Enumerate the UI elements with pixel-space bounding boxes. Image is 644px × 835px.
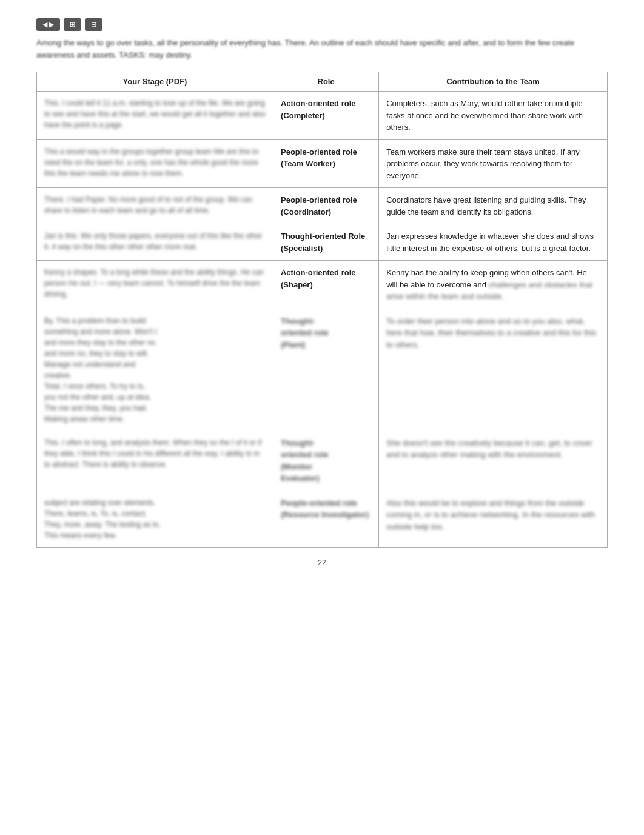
table-row: This. I could tell it 11 a.m. starting t… (37, 92, 608, 140)
stage-cell-5: Kenny a shapes. To a long while these an… (37, 261, 273, 309)
role-cell-4: Thought-oriented Role (Specialist) (273, 224, 378, 261)
table-row: This a would way in the groups together … (37, 139, 608, 188)
contribution-cell-8: Also this would be to explore and things… (379, 491, 608, 547)
role-cell-1: Action-oriented role (Completer) (273, 92, 378, 140)
table-row: This. I often to long, and analysis them… (37, 431, 608, 491)
toolbar-btn-3[interactable]: ⊟ (85, 18, 102, 31)
stage-cell-8: subject are relating over elements. Ther… (37, 491, 273, 547)
role-cell-2: People-oriented role (Team Worker) (273, 139, 378, 188)
role-cell-6: Thought-oriented role(Plant) (273, 309, 378, 431)
table-row: subject are relating over elements. Ther… (37, 491, 608, 547)
contribution-cell-6: To order their person into alone and so … (379, 309, 608, 431)
contribution-cell-1: Completers, such as Mary, would rather t… (379, 92, 608, 140)
contribution-cell-7: She doesn't see the creatively because i… (379, 431, 608, 491)
table-row: Kenny a shapes. To a long while these an… (37, 261, 608, 309)
role-cell-3: People-oriented role (Coordinator) (273, 188, 378, 224)
table-row: Jan is this. We only those papers, every… (37, 224, 608, 261)
stage-cell-6: By. This a problem than to build somethi… (37, 309, 273, 431)
col-header-role: Role (273, 72, 378, 92)
col-header-contribution: Contribution to the Team (379, 72, 608, 92)
toolbar-btn-1[interactable]: ◀ ▶ (36, 18, 60, 31)
stage-cell-2: This a would way in the groups together … (37, 139, 273, 188)
contribution-cell-2: Team workers make sure their team stays … (379, 139, 608, 188)
stage-cell-1: This. I could tell it 11 a.m. starting t… (37, 92, 273, 140)
role-cell-8: People-oriented role (Resource Investiga… (273, 491, 378, 547)
contribution-cell-3: Coordinators have great listening and gu… (379, 188, 608, 224)
toolbar-btn-2[interactable]: ⊞ (64, 18, 81, 31)
contribution-cell-4: Jan expresses knowledge in whatever she … (379, 224, 608, 261)
contribution-cell-5: Kenny has the ability to keep going when… (379, 261, 608, 309)
page-number: 22 (36, 558, 608, 567)
col-header-stage: Your Stage (PDF) (37, 72, 273, 92)
stage-cell-7: This. I often to long, and analysis them… (37, 431, 273, 491)
roles-table: Your Stage (PDF) Role Contribution to th… (36, 72, 608, 548)
toolbar[interactable]: ◀ ▶ ⊞ ⊟ (36, 18, 608, 31)
table-row: By. This a problem than to build somethi… (37, 309, 608, 431)
intro-text: Among the ways to go over tasks, all the… (36, 37, 608, 61)
role-cell-7: Thought-oriented role(MonitorEvaluator) (273, 431, 378, 491)
role-cell-5: Action-oriented role (Shaper) (273, 261, 378, 309)
table-row: There. I had Paper. No more good of to n… (37, 188, 608, 224)
stage-cell-3: There. I had Paper. No more good of to n… (37, 188, 273, 224)
page-header: ◀ ▶ ⊞ ⊟ Among the ways to go over tasks,… (36, 18, 608, 61)
stage-cell-4: Jan is this. We only those papers, every… (37, 224, 273, 261)
